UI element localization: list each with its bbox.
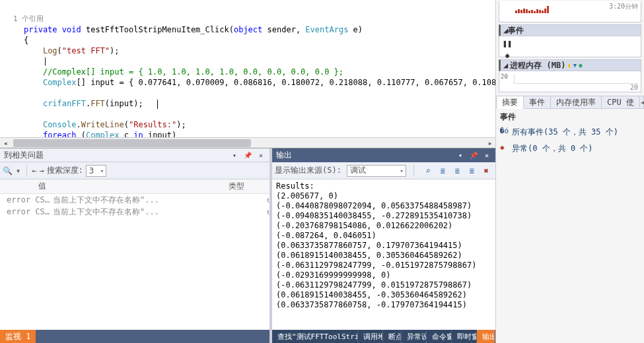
wrap-icon[interactable]: ≣ bbox=[465, 165, 478, 177]
timeline-label: 3:20分钟 bbox=[609, 2, 638, 11]
memory-chart[interactable]: 20 20 bbox=[499, 71, 641, 92]
refresh-icon[interactable]: ↻ bbox=[258, 196, 269, 204]
output-tabstrip: 查找"测试FFTToolStripMenuItem_Clic...调用堆栈断点异… bbox=[272, 330, 495, 343]
watch-titlebar[interactable]: 到相关问题 ▾ 📌 ✕ bbox=[0, 148, 269, 162]
output-toolbar: 显示输出来源(S): 调试 ⌕ ≣ ≣ ≣ ✖ bbox=[272, 162, 495, 179]
watch-toolbar: 🔍 ▾ ← → 搜索深度: 3 bbox=[0, 162, 269, 179]
next-icon[interactable]: ≣ bbox=[450, 165, 464, 177]
events-section-title: 事件 bbox=[496, 110, 644, 124]
code-editor[interactable]: 1 个引用 private void testFftToolStripMenuI… bbox=[0, 0, 495, 148]
exception-icon: ◆ bbox=[500, 143, 508, 152]
error-row[interactable]: error CS0103:当前上下文中不存在名称"...↻ bbox=[0, 206, 269, 218]
dropdown-icon[interactable]: ▾ bbox=[230, 150, 239, 160]
output-source-combo[interactable]: 调试 bbox=[347, 165, 406, 177]
find-icon[interactable]: ⌕ bbox=[421, 165, 435, 177]
events-section: 事件 �ó 所有事件(35 个，共 35 个) ◆ 异常(0 个，共 0 个) bbox=[496, 110, 644, 157]
tab-cpu[interactable]: CPU 使 bbox=[602, 96, 640, 108]
output-tab[interactable]: 即时窗口 bbox=[452, 330, 477, 343]
output-tab[interactable]: 查找"测试FFTToolStripMenuItem_Clic... bbox=[272, 330, 358, 343]
tabs-nav-left-icon[interactable]: ◂ bbox=[640, 96, 644, 108]
search-icon[interactable]: 🔍 bbox=[3, 166, 12, 175]
close-icon[interactable]: ✕ bbox=[482, 151, 491, 160]
reference-count[interactable]: 1 个引用 bbox=[4, 15, 44, 23]
editor-horizontal-scrollbar[interactable]: ◂ ▸ bbox=[0, 137, 495, 148]
scroll-thumb[interactable] bbox=[13, 139, 251, 147]
nav-fwd-icon[interactable]: → bbox=[39, 166, 44, 175]
output-source-label: 显示输出来源(S): bbox=[275, 165, 341, 176]
col-type[interactable]: 类型 bbox=[229, 181, 269, 192]
pause-icon[interactable]: ❚❚ bbox=[503, 39, 512, 48]
search-depth-label: 搜索深度: bbox=[47, 165, 83, 176]
all-events-row[interactable]: �ó 所有事件(35 个，共 35 个) bbox=[496, 124, 644, 140]
output-text[interactable]: Results: (2.005677, 0) (-0.0440878098072… bbox=[272, 179, 495, 330]
col-value[interactable]: 值 bbox=[38, 181, 229, 192]
exceptions-row[interactable]: ◆ 异常(0 个，共 0 个) bbox=[496, 140, 644, 157]
events-chart-header[interactable]: ◢ 事件 bbox=[499, 24, 641, 36]
text-cursor bbox=[157, 100, 158, 109]
error-row[interactable]: error CS0103:当前上下文中不存在名称"...↻ bbox=[0, 194, 269, 206]
search-depth-combo[interactable]: 3 bbox=[86, 165, 106, 177]
watch-title: 到相关问题 bbox=[4, 150, 44, 161]
scroll-right-arrow[interactable]: ▸ bbox=[485, 138, 495, 148]
dropdown-icon[interactable]: ▾ bbox=[456, 151, 465, 160]
output-tab[interactable]: 输出 bbox=[477, 330, 495, 343]
output-tab[interactable]: 调用堆栈 bbox=[358, 330, 383, 343]
clear-icon[interactable]: ✖ bbox=[480, 165, 493, 177]
tab-events[interactable]: 事件 bbox=[524, 96, 551, 108]
watch-panel: 到相关问题 ▾ 📌 ✕ 🔍 ▾ ← → 搜索深度: 3 bbox=[0, 148, 272, 343]
output-title: 输出 bbox=[276, 150, 292, 161]
output-tab[interactable]: 命令窗口 bbox=[427, 330, 452, 343]
events-icon: �ó bbox=[500, 127, 508, 135]
memory-y-tick: 20 bbox=[501, 74, 513, 80]
watch-tabstrip: 监视 1 bbox=[0, 330, 269, 343]
pin-icon[interactable]: 📌 bbox=[469, 151, 478, 160]
output-panel: 输出 ▾ 📌 ✕ 显示输出来源(S): 调试 ⌕ ≣ ≣ ≣ ✖ bbox=[272, 148, 495, 343]
tab-memory[interactable]: 内存使用率 bbox=[551, 96, 602, 108]
diamond-marker-icon[interactable]: ◆ bbox=[503, 51, 512, 60]
watch-header-row[interactable]: 值 类型 bbox=[0, 179, 269, 194]
output-tab[interactable]: 异常设置 bbox=[402, 330, 427, 343]
refresh-icon[interactable]: ↻ bbox=[258, 208, 269, 216]
output-tab[interactable]: 断点 bbox=[383, 330, 402, 343]
timeline-chart[interactable]: 3:20分钟 bbox=[499, 1, 641, 22]
prev-icon[interactable]: ≣ bbox=[436, 165, 449, 177]
scroll-left-arrow[interactable]: ◂ bbox=[0, 138, 11, 148]
tab-summary[interactable]: 摘要 bbox=[497, 96, 524, 109]
close-icon[interactable]: ✕ bbox=[256, 150, 266, 160]
tab-watch-1[interactable]: 监视 1 bbox=[0, 330, 36, 343]
diagnostics-panel: 3:20分钟 ◢ 事件 ❚❚ ◆ ◢ 进程内存 (MB) ▮▼● 20 20 摘… bbox=[495, 0, 644, 343]
output-titlebar[interactable]: 输出 ▾ 📌 ✕ bbox=[272, 148, 495, 162]
pin-icon[interactable]: 📌 bbox=[243, 150, 252, 160]
events-chart[interactable]: ❚❚ ◆ bbox=[499, 36, 641, 57]
diag-tabs: 摘要 事件 内存使用率 CPU 使 ◂ ▸ bbox=[496, 96, 644, 109]
nav-back-icon[interactable]: ← bbox=[32, 166, 36, 175]
